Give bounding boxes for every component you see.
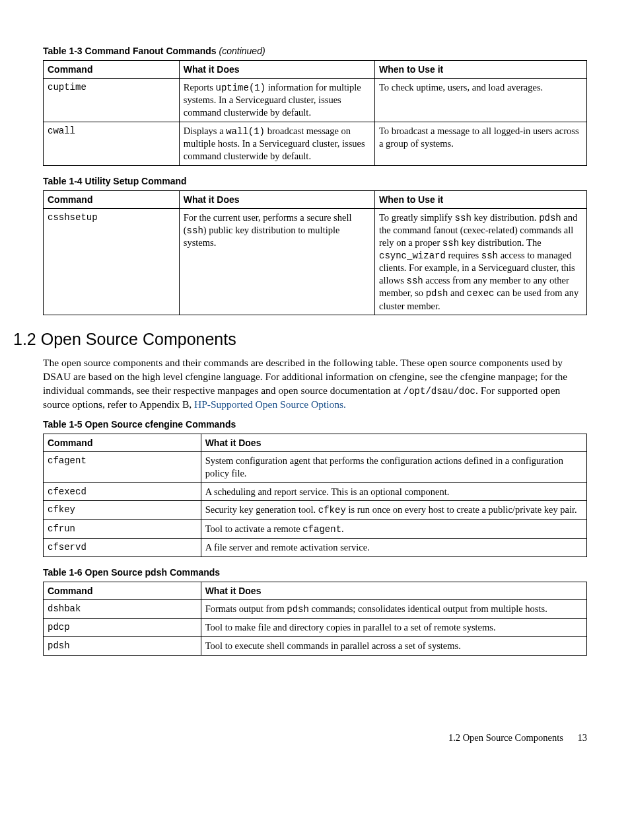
cell-command: cuptime <box>44 79 180 122</box>
table-row: cfexecd A scheduling and report service.… <box>44 482 587 501</box>
cell-when: To broadcast a message to all logged-in … <box>375 122 587 165</box>
cell-what: Tool to activate a remote cfagent. <box>201 519 586 538</box>
col-header-command: Command <box>44 60 180 78</box>
cell-what: Security key generation tool. cfkey is r… <box>201 501 586 519</box>
table-row: pdsh Tool to execute shell commands in p… <box>44 636 587 655</box>
cell-what: For the current user, performs a secure … <box>179 208 374 315</box>
col-header-command: Command <box>44 582 201 599</box>
table-1-3: Command What it Does When to Use it cupt… <box>43 60 587 166</box>
table-row: cfkey Security key generation tool. cfke… <box>44 501 587 519</box>
cell-what: Tool to make file and directory copies i… <box>201 618 586 636</box>
table-1-4-caption: Table 1-4 Utility Setup Command <box>43 175 587 188</box>
col-header-what: What it Does <box>179 190 374 208</box>
section-heading: 1.2 Open Source Components <box>13 328 587 351</box>
cell-command: pdsh <box>44 636 201 655</box>
table-1-5: Command What it Does cfagent System conf… <box>43 434 587 557</box>
table-row: csshsetup For the current user, performs… <box>44 208 587 315</box>
page-number: 13 <box>578 732 588 743</box>
table-1-6: Command What it Does dshbak Formats outp… <box>43 582 587 656</box>
table-row: cfagent System configuration agent that … <box>44 451 587 482</box>
footer-section: 1.2 Open Source Components <box>448 732 563 743</box>
table-1-3-caption-suffix: (continued) <box>219 46 265 56</box>
cell-what: A file server and remote activation serv… <box>201 538 586 556</box>
page-footer: 1.2 Open Source Components 13 <box>43 732 587 745</box>
table-row: Command What it Does When to Use it <box>44 190 587 208</box>
cell-what: Displays a wall(1) broadcast message on … <box>179 122 374 165</box>
link-appendix-b[interactable]: HP-Supported Open Source Options. <box>194 399 346 410</box>
table-1-3-caption: Table 1-3 Command Fanout Commands (conti… <box>43 45 587 57</box>
cell-command: cwall <box>44 122 180 165</box>
table-row: cfservd A file server and remote activat… <box>44 538 587 556</box>
section-paragraph: The open source components and their com… <box>43 356 587 412</box>
cell-what: Formats output from pdsh commands; conso… <box>201 599 586 618</box>
cell-command: cfexecd <box>44 482 201 501</box>
cell-command: cfkey <box>44 501 201 519</box>
table-row: Command What it Does When to Use it <box>44 60 587 78</box>
col-header-when: When to Use it <box>375 60 587 78</box>
table-row: Command What it Does <box>44 434 587 451</box>
cell-what: A scheduling and report service. This is… <box>201 482 586 501</box>
table-row: pdcp Tool to make file and directory cop… <box>44 618 587 636</box>
cell-command: dshbak <box>44 599 201 618</box>
table-row: Command What it Does <box>44 582 587 599</box>
col-header-what: What it Does <box>179 60 374 78</box>
cell-command: cfrun <box>44 519 201 538</box>
cell-when: To check uptime, users, and load average… <box>375 79 587 122</box>
cell-command: csshsetup <box>44 208 180 315</box>
cell-command: cfservd <box>44 538 201 556</box>
cell-what: System configuration agent that performs… <box>201 451 586 482</box>
table-row: cwall Displays a wall(1) broadcast messa… <box>44 122 587 165</box>
table-1-4: Command What it Does When to Use it cssh… <box>43 190 587 316</box>
cell-what: Reports uptime(1) information for multip… <box>179 79 374 122</box>
cell-what: Tool to execute shell commands in parall… <box>201 636 586 655</box>
table-row: dshbak Formats output from pdsh commands… <box>44 599 587 618</box>
col-header-command: Command <box>44 190 180 208</box>
table-row: cuptime Reports uptime(1) information fo… <box>44 79 587 122</box>
table-1-3-caption-main: Table 1-3 Command Fanout Commands <box>43 46 217 56</box>
col-header-command: Command <box>44 434 201 451</box>
cell-when: To greatly simplify ssh key distribution… <box>375 208 587 315</box>
cell-command: pdcp <box>44 618 201 636</box>
col-header-when: When to Use it <box>375 190 587 208</box>
table-row: cfrun Tool to activate a remote cfagent. <box>44 519 587 538</box>
cell-command: cfagent <box>44 451 201 482</box>
col-header-what: What it Does <box>201 582 586 599</box>
table-1-5-caption: Table 1-5 Open Source cfengine Commands <box>43 418 587 431</box>
table-1-6-caption: Table 1-6 Open Source pdsh Commands <box>43 566 587 579</box>
col-header-what: What it Does <box>201 434 586 451</box>
